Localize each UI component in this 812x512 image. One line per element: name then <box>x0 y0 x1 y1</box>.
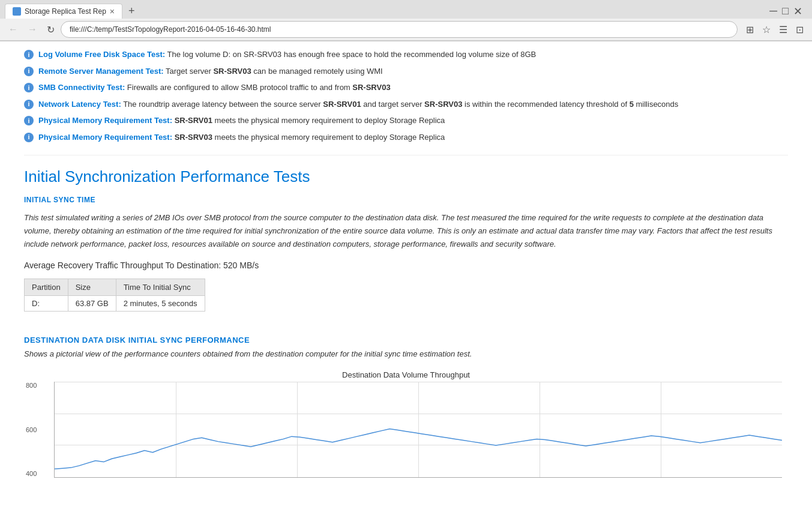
tab-favicon <box>13 7 21 16</box>
back-button[interactable]: ← <box>5 22 22 37</box>
refresh-button[interactable]: ↻ <box>43 22 58 38</box>
y-label-800: 800 <box>26 382 37 389</box>
info-icon-remote: i <box>24 67 34 76</box>
throughput-line: Average Recovery Traffic Throughput To D… <box>24 261 788 270</box>
reader-view-button[interactable]: ⊞ <box>742 22 757 38</box>
info-label-remote: Remote Server Management Test: <box>38 67 164 76</box>
table-cell-time: 2 minutes, 5 seconds <box>116 296 205 312</box>
info-label-smb: SMB Connectivity Test: <box>38 83 125 92</box>
nav-right-buttons: ⊞ ☆ ☰ ⊡ <box>742 22 807 38</box>
info-item-smb: i SMB Connectivity Test: Firewalls are c… <box>24 79 788 96</box>
menu-button[interactable]: ☰ <box>775 22 791 38</box>
chart-svg <box>55 382 782 477</box>
info-item-logvolume: i Log Volume Free Disk Space Test: The l… <box>24 46 788 63</box>
info-icon-memory1: i <box>24 116 34 125</box>
chart-area: 800 600 400 <box>54 382 782 478</box>
browser-chrome: Storage Replica Test Rep × + ─ □ ✕ ← → ↻… <box>0 0 812 41</box>
dest-disk-subheading: DESTINATION DATA DISK INITIAL SYNC PERFO… <box>24 336 788 345</box>
browser-tab[interactable]: Storage Replica Test Rep × <box>5 4 122 19</box>
close-window-button[interactable]: ✕ <box>793 5 807 18</box>
info-text-memory2: Physical Memory Requirement Test: SR-SRV… <box>38 131 445 143</box>
section-main-heading: Initial Synchronization Performance Test… <box>24 167 788 186</box>
tab-close-button[interactable]: × <box>110 7 115 16</box>
info-item-memory1: i Physical Memory Requirement Test: SR-S… <box>24 112 788 129</box>
info-items-list: i Log Volume Free Disk Space Test: The l… <box>24 41 788 155</box>
table-row: D:63.87 GB2 minutes, 5 seconds <box>25 296 205 312</box>
info-label-memory1: Physical Memory Requirement Test: <box>38 116 172 125</box>
chart-container: Destination Data Volume Throughput 800 6… <box>24 370 788 481</box>
info-item-memory2: i Physical Memory Requirement Test: SR-S… <box>24 129 788 146</box>
extensions-button[interactable]: ⊡ <box>792 22 807 38</box>
table-cell-partition: D: <box>25 296 68 312</box>
forward-button[interactable]: → <box>24 22 41 37</box>
info-text-remote: Remote Server Management Test: Target se… <box>38 65 383 77</box>
info-text-latency: Network Latency Test: The roundtrip aver… <box>38 98 678 110</box>
bookmark-button[interactable]: ☆ <box>759 22 774 38</box>
section-initial-sync: Initial Synchronization Performance Test… <box>24 155 788 481</box>
info-text-logvolume: Log Volume Free Disk Space Test: The log… <box>38 49 536 61</box>
table-cell-size: 63.87 GB <box>68 296 116 312</box>
chart-y-labels: 800 600 400 <box>26 382 37 477</box>
info-icon-memory2: i <box>24 133 34 142</box>
initial-sync-description: This test simulated writing a series of … <box>24 211 788 251</box>
info-item-latency: i Network Latency Test: The roundtrip av… <box>24 96 788 113</box>
chart-title-label: Destination Data Volume Throughput <box>24 370 788 379</box>
dest-disk-subtitle: Shows a pictorial view of the performanc… <box>24 349 788 358</box>
page-content: i Log Volume Free Disk Space Test: The l… <box>0 41 812 505</box>
table-header-row: Partition Size Time To Initial Sync <box>25 279 205 296</box>
table-header-partition: Partition <box>25 279 68 296</box>
y-label-400: 400 <box>26 470 37 477</box>
tab-title: Storage Replica Test Rep <box>25 7 106 16</box>
info-icon-smb: i <box>24 83 34 92</box>
new-tab-button[interactable]: + <box>125 4 139 19</box>
maximize-button[interactable]: □ <box>782 5 793 17</box>
info-icon-latency: i <box>24 100 34 109</box>
info-text-smb: SMB Connectivity Test: Firewalls are con… <box>38 82 391 94</box>
table-header-time: Time To Initial Sync <box>116 279 205 296</box>
info-label-memory2: Physical Memory Requirement Test: <box>38 133 172 142</box>
nav-bar: ← → ↻ ⊞ ☆ ☰ ⊡ <box>0 19 812 41</box>
address-bar[interactable] <box>61 21 738 38</box>
info-label-latency: Network Latency Test: <box>38 100 121 109</box>
table-header-size: Size <box>68 279 116 296</box>
info-item-remote: i Remote Server Management Test: Target … <box>24 63 788 80</box>
y-label-600: 600 <box>26 426 37 433</box>
dest-disk-section: DESTINATION DATA DISK INITIAL SYNC PERFO… <box>24 330 788 481</box>
sync-table-body: D:63.87 GB2 minutes, 5 seconds <box>25 296 205 312</box>
info-text-memory1: Physical Memory Requirement Test: SR-SRV… <box>38 115 445 127</box>
initial-sync-time-block: INITIAL SYNC TIME This test simulated wr… <box>24 196 788 312</box>
sync-table: Partition Size Time To Initial Sync D:63… <box>24 279 205 312</box>
initial-sync-subheading: INITIAL SYNC TIME <box>24 196 788 204</box>
info-label-logvolume: Log Volume Free Disk Space Test: <box>38 50 165 59</box>
minimize-button[interactable]: ─ <box>769 5 782 17</box>
info-icon-logvolume: i <box>24 50 34 59</box>
tab-bar: Storage Replica Test Rep × + ─ □ ✕ <box>0 0 812 19</box>
